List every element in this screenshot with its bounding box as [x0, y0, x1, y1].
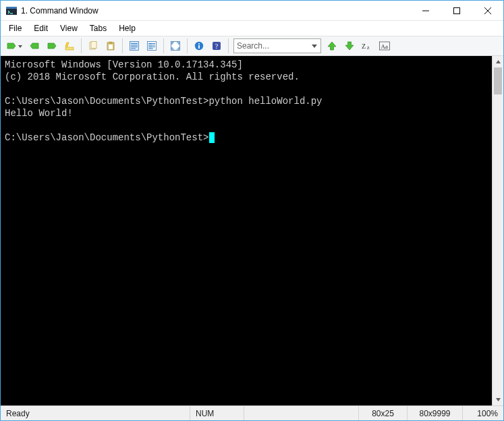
rename-tab-button[interactable] — [61, 38, 78, 54]
terminal-prompt-line: C:\Users\Jason\Documents\PythonTest>pyth… — [5, 96, 322, 107]
svg-rect-24 — [148, 43, 155, 44]
scroll-thumb[interactable] — [494, 67, 502, 94]
prev-tab-button[interactable] — [26, 38, 43, 54]
svg-rect-26 — [148, 47, 155, 47]
arrow-left-icon — [30, 41, 39, 51]
window-title: 1. Command Window — [21, 6, 99, 16]
new-tab-button[interactable] — [3, 38, 25, 54]
scroll-up-button[interactable] — [493, 56, 503, 67]
svg-text:a: a — [385, 43, 388, 50]
svg-text:z: z — [367, 45, 370, 51]
svg-rect-17 — [130, 42, 139, 51]
status-numlock: NUM — [190, 406, 244, 420]
menu-tabs[interactable]: Tabs — [84, 22, 112, 34]
svg-point-30 — [198, 43, 200, 45]
svg-rect-25 — [148, 45, 155, 46]
toolbar-separator-2 — [122, 38, 123, 53]
svg-rect-31 — [198, 45, 200, 49]
help-button[interactable]: ? — [208, 38, 225, 54]
search-prev-button[interactable] — [324, 38, 340, 54]
fullscreen-button[interactable] — [167, 38, 184, 54]
svg-rect-27 — [148, 49, 153, 49]
menubar: File Edit View Tabs Help — [1, 21, 503, 36]
regex-button[interactable]: A a — [376, 38, 393, 54]
svg-marker-11 — [65, 43, 69, 47]
menu-file[interactable]: File — [3, 22, 27, 34]
app-icon — [6, 5, 17, 16]
status-buffer: 80x9999 — [408, 406, 463, 420]
select-block-icon — [147, 41, 157, 51]
terminal-line: Microsoft Windows [Version 10.0.17134.34… — [5, 59, 243, 70]
svg-rect-4 — [454, 7, 460, 13]
help-icon: ? — [212, 41, 221, 51]
next-tab-button[interactable] — [44, 38, 60, 54]
svg-text:Z: Z — [362, 43, 366, 50]
menu-help[interactable]: Help — [113, 22, 141, 34]
select-all-button[interactable] — [126, 38, 142, 54]
scroll-track[interactable] — [493, 67, 503, 394]
terminal-prompt-path: C:\Users\Jason\Documents\PythonTest> — [5, 132, 208, 143]
console-area: Microsoft Windows [Version 10.0.17134.34… — [1, 56, 503, 405]
svg-marker-7 — [7, 43, 16, 49]
svg-marker-35 — [345, 42, 354, 50]
svg-marker-9 — [48, 43, 56, 49]
toolbar: ? Search... Z z A a — [1, 36, 503, 56]
svg-rect-1 — [6, 7, 17, 9]
close-button[interactable] — [472, 1, 503, 21]
copy-button[interactable] — [85, 38, 101, 54]
terminal-output: Hello World! — [5, 108, 73, 119]
svg-rect-16 — [109, 45, 113, 49]
svg-rect-15 — [109, 42, 113, 44]
search-next-button[interactable] — [341, 38, 358, 54]
terminal[interactable]: Microsoft Windows [Version 10.0.17134.34… — [1, 56, 492, 405]
terminal-prompt-path: C:\Users\Jason\Documents\PythonTest> — [5, 96, 208, 107]
status-ready: Ready — [1, 406, 190, 420]
paste-icon — [106, 41, 115, 51]
search-placeholder: Search... — [237, 41, 269, 51]
svg-text:?: ? — [215, 43, 219, 50]
svg-marker-8 — [30, 43, 38, 49]
arrow-right-icon — [47, 41, 57, 51]
copy-icon — [88, 41, 98, 51]
toolbar-separator-4 — [187, 38, 188, 53]
case-icon: Z z — [362, 41, 372, 51]
regex-icon: A a — [379, 41, 390, 51]
pencil-icon — [65, 41, 74, 51]
select-all-icon — [130, 41, 139, 51]
svg-rect-10 — [65, 47, 74, 50]
svg-rect-18 — [131, 43, 138, 44]
select-block-button[interactable] — [144, 38, 160, 54]
fullscreen-icon — [171, 41, 180, 51]
svg-rect-20 — [131, 47, 138, 47]
svg-marker-42 — [496, 398, 501, 401]
toolbar-separator-5 — [228, 38, 229, 53]
terminal-command: python helloWorld.py — [208, 96, 322, 107]
svg-marker-41 — [496, 60, 501, 63]
new-tab-icon — [7, 41, 16, 51]
terminal-prompt-line: C:\Users\Jason\Documents\PythonTest> — [5, 132, 215, 143]
maximize-button[interactable] — [441, 1, 472, 21]
titlebar: 1. Command Window — [1, 1, 503, 21]
paste-button[interactable] — [103, 38, 119, 54]
svg-rect-19 — [131, 45, 138, 46]
menu-view[interactable]: View — [55, 22, 83, 34]
scroll-down-button[interactable] — [493, 394, 503, 405]
arrow-down-icon — [345, 41, 354, 51]
status-zoom[interactable]: 100% — [463, 406, 503, 420]
info-icon — [194, 41, 204, 51]
case-sensitive-button[interactable]: Z z — [359, 38, 375, 54]
svg-marker-34 — [328, 42, 336, 50]
svg-rect-13 — [91, 42, 96, 49]
about-button[interactable] — [191, 38, 207, 54]
statusbar: Ready NUM 80x25 80x9999 100% — [1, 405, 503, 420]
menu-edit[interactable]: Edit — [28, 22, 53, 34]
terminal-line: (c) 2018 Microsoft Corporation. All righ… — [5, 72, 300, 82]
toolbar-separator-3 — [163, 38, 164, 53]
arrow-up-icon — [327, 41, 337, 51]
search-input[interactable]: Search... — [233, 38, 321, 53]
status-dimensions: 80x25 — [359, 406, 408, 420]
toolbar-separator-1 — [81, 38, 82, 53]
status-gap — [244, 406, 359, 420]
vertical-scrollbar[interactable] — [492, 56, 503, 405]
minimize-button[interactable] — [410, 1, 441, 21]
